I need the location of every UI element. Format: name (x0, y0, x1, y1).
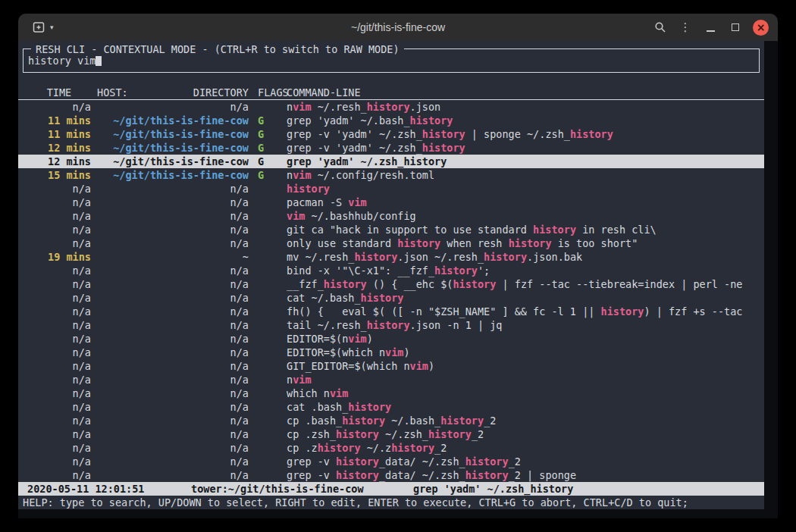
row-directory: n/a (97, 373, 249, 386)
row-directory: n/a (97, 468, 249, 482)
row-directory: n/a (97, 223, 249, 236)
row-flags (255, 196, 287, 209)
history-row[interactable]: n/an/acp .bash_history ~/.bash_history_2 (18, 414, 764, 427)
kebab-menu-icon: ⋮ (680, 20, 691, 34)
row-directory: n/a (97, 318, 249, 332)
row-flags: G (255, 168, 287, 182)
history-row[interactable]: 12 mins~/git/this-is-fine-cowGgrep -v 'y… (18, 141, 764, 155)
row-command: EDITOR=$(nvim) (287, 332, 764, 346)
row-time: n/a (27, 236, 91, 250)
history-row[interactable]: n/an/avim ~/.bashhub/config (18, 209, 764, 223)
history-row[interactable]: 11 mins~/git/this-is-fine-cowGgrep 'yadm… (18, 114, 764, 127)
history-row[interactable]: n/an/ahistory (18, 182, 764, 196)
row-command: pacman -S vim (287, 196, 764, 209)
minimize-button[interactable] (700, 17, 720, 37)
history-row[interactable]: 12 mins~/git/this-is-fine-cowGgrep 'yadm… (18, 155, 764, 168)
row-command: which nvim (287, 386, 764, 400)
row-directory: n/a (97, 264, 249, 277)
history-row[interactable]: n/an/abind -x '"\C-x1": __fzf_history'; (18, 264, 764, 277)
history-row[interactable]: n/an/atail ~/.resh_history.json -n 1 | j… (18, 318, 764, 332)
row-command: git ca "hack in support to use standard … (287, 223, 764, 236)
history-row[interactable]: 11 mins~/git/this-is-fine-cowGgrep -v 'y… (18, 127, 764, 141)
row-directory: n/a (97, 196, 249, 209)
history-row[interactable]: n/an/agrep -v history_data/ ~/.zsh_histo… (18, 455, 764, 468)
new-tab-button[interactable]: ▾ (29, 19, 58, 36)
row-command: grep 'yadm' ~/.zsh_history (287, 155, 764, 168)
row-directory: ~/git/this-is-fine-cow (97, 155, 249, 168)
terminal-content: RESH CLI - CONTEXTUAL MODE - (CTRL+R to … (18, 41, 778, 518)
titlebar: ▾ ~/git/this-is-fine-cow ⋮ × (18, 14, 778, 41)
row-directory: n/a (97, 427, 249, 441)
row-time: n/a (27, 386, 91, 400)
history-rows: n/an/anvim ~/.resh_history.json11 mins~/… (18, 100, 764, 482)
history-row[interactable]: n/an/agit ca "hack in support to use sta… (18, 223, 764, 236)
terminal-window: ▾ ~/git/this-is-fine-cow ⋮ × (18, 14, 778, 518)
history-row[interactable]: 19 mins~mv ~/.resh_history.json ~/.resh_… (18, 250, 764, 264)
row-command: nvim ~/.resh_history.json (287, 100, 764, 114)
row-time: n/a (27, 359, 91, 373)
row-directory: ~/git/this-is-fine-cow (97, 114, 249, 127)
search-button[interactable] (650, 17, 670, 37)
history-row[interactable]: n/an/apacman -S vim (18, 196, 764, 209)
row-time: n/a (27, 346, 91, 359)
history-row[interactable]: n/an/aEDITOR=$(nvim) (18, 332, 764, 346)
row-time: 12 mins (27, 141, 91, 155)
menu-button[interactable]: ⋮ (675, 17, 695, 37)
row-flags (255, 414, 287, 427)
row-directory: n/a (97, 441, 249, 455)
row-directory: ~/git/this-is-fine-cow (97, 168, 249, 182)
row-command: cp .bash_history ~/.bash_history_2 (287, 414, 764, 427)
row-flags (255, 441, 287, 455)
row-command: bind -x '"\C-x1": __fzf_history'; (287, 264, 764, 277)
titlebar-controls: ⋮ × (650, 17, 778, 37)
history-row[interactable]: n/an/acp .zhistory ~/.zhistory_2 (18, 441, 764, 455)
row-flags (255, 400, 287, 414)
close-button[interactable]: × (753, 20, 769, 36)
row-time: 12 mins (27, 155, 91, 168)
text-cursor (96, 55, 102, 66)
history-row[interactable]: 15 mins~/git/this-is-fine-cowGnvim ~/.co… (18, 168, 764, 182)
new-tab-icon (33, 21, 46, 33)
status-datetime: 2020-05-11 12:01:51 (27, 482, 191, 496)
row-directory: n/a (97, 277, 249, 291)
row-time: n/a (27, 427, 91, 441)
history-row[interactable]: n/an/aonly use standard history when res… (18, 236, 764, 250)
row-time: n/a (27, 264, 91, 277)
history-row[interactable]: n/an/acat .bash_history (18, 400, 764, 414)
history-row[interactable]: n/an/aEDITOR=$(which nvim) (18, 346, 764, 359)
row-flags (255, 373, 287, 386)
row-flags (255, 468, 287, 482)
history-row[interactable]: n/an/aGIT_EDITOR=$(which nvim) (18, 359, 764, 373)
row-time: n/a (27, 468, 91, 482)
header-time: TIME (27, 86, 91, 99)
row-time: 11 mins (27, 114, 91, 127)
row-directory: n/a (97, 346, 249, 359)
search-input[interactable]: history vim (28, 55, 96, 67)
row-flags (255, 455, 287, 468)
history-row[interactable]: n/an/anvim (18, 373, 764, 386)
search-box[interactable]: RESH CLI - CONTEXTUAL MODE - (CTRL+R to … (23, 49, 760, 73)
maximize-button[interactable] (725, 17, 745, 37)
row-time: 19 mins (27, 250, 91, 264)
row-directory: n/a (97, 305, 249, 318)
chevron-down-icon: ▾ (50, 23, 54, 31)
row-directory: n/a (97, 209, 249, 223)
row-time: n/a (27, 455, 91, 468)
history-row[interactable]: n/an/anvim ~/.resh_history.json (18, 100, 764, 114)
history-row[interactable]: n/an/acat ~/.bash_history (18, 291, 764, 305)
history-row[interactable]: n/an/agrep -v history_data/ ~/.zsh_histo… (18, 468, 764, 482)
resh-cli-panel: RESH CLI - CONTEXTUAL MODE - (CTRL+R to … (18, 41, 764, 509)
header-command: COMMAND-LINE (287, 86, 764, 99)
header-host: HOST: (97, 86, 128, 99)
row-directory: n/a (97, 455, 249, 468)
row-flags (255, 250, 287, 264)
row-flags (255, 209, 287, 223)
row-flags (255, 100, 287, 114)
history-row[interactable]: n/an/a__fzf_history () { __ehc $(history… (18, 277, 764, 291)
history-row[interactable]: n/an/acp .zsh_history ~/.zsh_history_2 (18, 427, 764, 441)
row-directory: n/a (97, 386, 249, 400)
history-row[interactable]: n/an/awhich nvim (18, 386, 764, 400)
row-time: n/a (27, 209, 91, 223)
history-row[interactable]: n/an/afh() { eval $( ([ -n "$ZSH_NAME" ]… (18, 305, 764, 318)
titlebar-left: ▾ (18, 19, 58, 36)
